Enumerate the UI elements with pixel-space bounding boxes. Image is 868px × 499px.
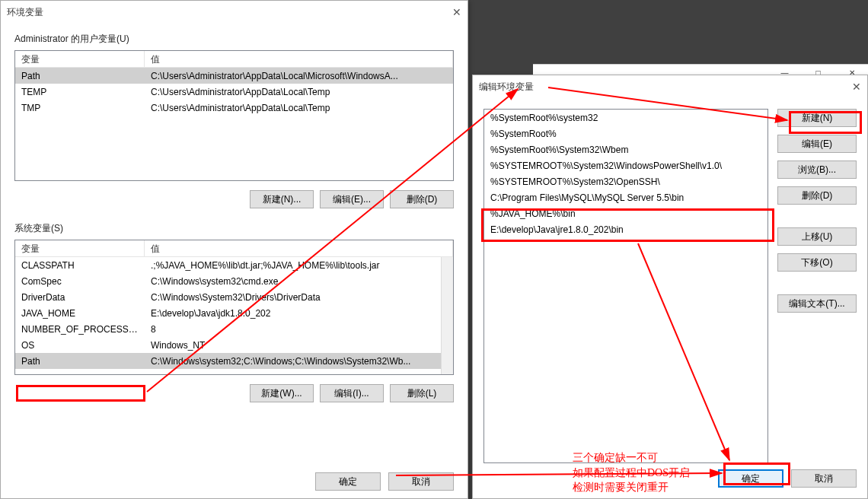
table-row[interactable]: PathC:\Windows\system32;C:\Windows;C:\Wi… <box>15 353 453 369</box>
list-item[interactable]: %SystemRoot%\System32\Wbem <box>484 141 767 157</box>
ok-button[interactable]: 确定 <box>718 469 783 488</box>
table-row[interactable]: ComSpecC:\Windows\system32\cmd.exe <box>15 273 453 289</box>
list-header: 变量 值 <box>15 240 453 257</box>
dialog-title: 环境变量 <box>7 6 43 19</box>
table-row[interactable]: JAVA_HOMEE:\develop\Java\jdk1.8.0_202 <box>15 305 453 321</box>
col-variable[interactable]: 变量 <box>15 51 145 67</box>
user-vars-label: Administrator 的用户变量(U) <box>1 24 468 50</box>
delete-button[interactable]: 删除(D) <box>777 186 857 205</box>
list-item[interactable]: %SYSTEMROOT%\System32\WindowsPowerShell\… <box>484 157 767 173</box>
scrollbar[interactable] <box>441 257 453 374</box>
move-down-button[interactable]: 下移(O) <box>777 253 857 272</box>
list-item[interactable]: %JAVA_HOME%\bin <box>484 205 767 221</box>
close-icon[interactable]: ✕ <box>452 6 461 18</box>
browse-button[interactable]: 浏览(B)... <box>777 161 857 179</box>
cancel-button[interactable]: 取消 <box>791 469 857 488</box>
edit-text-button[interactable]: 编辑文本(T)... <box>777 294 857 313</box>
table-row[interactable]: CLASSPATH.;%JAVA_HOME%\lib\dt.jar;%JAVA_… <box>15 257 453 273</box>
list-item[interactable]: E:\develop\Java\jre1.8.0_202\bin <box>484 221 767 237</box>
list-header: 变量 值 <box>15 51 453 68</box>
table-row[interactable]: PathC:\Users\Administrator\AppData\Local… <box>15 68 453 84</box>
table-row[interactable]: NUMBER_OF_PROCESSORS8 <box>15 321 453 337</box>
table-row[interactable]: TEMPC:\Users\Administrator\AppData\Local… <box>15 84 453 100</box>
ok-button[interactable]: 确定 <box>315 472 381 491</box>
sys-vars-list[interactable]: 变量 值 CLASSPATH.;%JAVA_HOME%\lib\dt.jar;%… <box>14 240 454 375</box>
sys-new-button[interactable]: 新建(W)... <box>250 384 314 402</box>
user-edit-button[interactable]: 编辑(E)... <box>320 190 384 208</box>
edit-button[interactable]: 编辑(E) <box>777 135 857 153</box>
titlebar[interactable]: 环境变量 ✕ <box>1 1 468 24</box>
col-value[interactable]: 值 <box>145 240 453 256</box>
sys-edit-button[interactable]: 编辑(I)... <box>320 384 384 402</box>
dialog-title: 编辑环境变量 <box>479 81 534 94</box>
move-up-button[interactable]: 上移(U) <box>777 227 857 246</box>
user-delete-button[interactable]: 删除(D) <box>390 190 454 208</box>
table-row[interactable]: TMPC:\Users\Administrator\AppData\Local\… <box>15 100 453 116</box>
sys-vars-label: 系统变量(S) <box>1 213 468 240</box>
close-icon[interactable]: ✕ <box>852 81 861 93</box>
table-row[interactable]: DriverDataC:\Windows\System32\Drivers\Dr… <box>15 289 453 305</box>
env-vars-dialog: 环境变量 ✕ Administrator 的用户变量(U) 变量 值 PathC… <box>0 0 468 499</box>
path-values-list[interactable]: %SystemRoot%\system32%SystemRoot%%System… <box>483 109 768 463</box>
new-button[interactable]: 新建(N) <box>777 109 857 127</box>
user-new-button[interactable]: 新建(N)... <box>250 190 314 208</box>
titlebar[interactable]: 编辑环境变量 ✕ <box>473 75 867 98</box>
list-item[interactable]: %SYSTEMROOT%\System32\OpenSSH\ <box>484 173 767 189</box>
col-variable[interactable]: 变量 <box>15 240 145 256</box>
sys-delete-button[interactable]: 删除(L) <box>390 384 454 402</box>
edit-env-var-dialog: 编辑环境变量 ✕ %SystemRoot%\system32%SystemRoo… <box>472 75 868 499</box>
list-item[interactable]: %SystemRoot%\system32 <box>484 110 767 126</box>
list-item[interactable]: %SystemRoot% <box>484 126 767 141</box>
list-item[interactable]: C:\Program Files\MySQL\MySQL Server 5.5\… <box>484 189 767 205</box>
cancel-button[interactable]: 取消 <box>388 472 454 491</box>
table-row[interactable]: OSWindows_NT <box>15 337 453 353</box>
user-vars-list[interactable]: 变量 值 PathC:\Users\Administrator\AppData\… <box>14 50 454 181</box>
col-value[interactable]: 值 <box>145 51 453 67</box>
